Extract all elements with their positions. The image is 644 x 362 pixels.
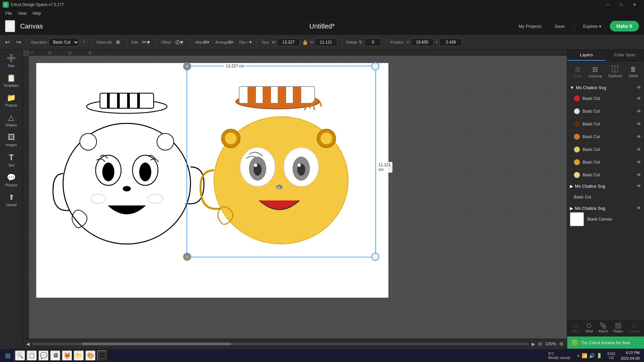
flip-button[interactable]: Flip ↔▾	[237, 38, 254, 46]
layer-item[interactable]: Basic Cut 👁	[567, 143, 644, 156]
layer-item[interactable]: Basic Cut 👁	[567, 130, 644, 143]
rotate-input[interactable]	[365, 38, 381, 46]
layer-item[interactable]: Basic Cut 👁	[567, 169, 644, 181]
taskbar-icon-2[interactable]: 🖥	[50, 350, 61, 361]
taskview-button[interactable]: 📋	[26, 350, 37, 361]
offset-button[interactable]: ⊙▾	[173, 37, 185, 47]
position-label: Position	[390, 40, 404, 44]
sidebar-item-templates[interactable]: 📋 Templates	[1, 71, 21, 90]
sidebar-item-projects[interactable]: 📁 Projects	[1, 91, 21, 110]
menu-file[interactable]: File	[3, 10, 14, 16]
operation-select[interactable]: Basic Cut	[49, 38, 79, 47]
ungroup-icon: ⊟	[592, 65, 598, 73]
layer-eye-icon[interactable]: 👁	[637, 147, 641, 152]
layer-item[interactable]: Basic Cut 👁	[567, 156, 644, 169]
operation-group: Operation Basic Cut ?	[29, 38, 89, 47]
layer-eye-icon[interactable]: 👁	[637, 160, 641, 165]
tab-layers[interactable]: Layers	[567, 50, 606, 61]
clock-display[interactable]: 6:22 PM 2022-04-09	[618, 350, 642, 361]
flatten-label: Flatten	[613, 329, 623, 333]
layer-eye-icon[interactable]: 👁	[637, 121, 641, 127]
undo-button[interactable]: ↩	[3, 37, 12, 47]
scroll-right-button[interactable]: ▶	[532, 341, 535, 347]
attach-tool[interactable]: 📎 Attach	[596, 321, 610, 335]
search-button[interactable]: 🔍	[15, 350, 25, 361]
layer-eye-icon[interactable]: 👁	[637, 96, 641, 101]
x-input[interactable]	[411, 38, 434, 46]
scroll-left-button[interactable]: ◀	[26, 341, 30, 347]
blank-canvas-item[interactable]: Blank Canvas	[567, 213, 644, 226]
slice-label: Slice	[572, 329, 579, 333]
layer-item-group2[interactable]: Basic Cut	[567, 191, 644, 203]
flatten-tool[interactable]: ⬛ Flatten	[611, 321, 625, 335]
network-icon[interactable]: 📶	[582, 353, 587, 358]
battery-icon[interactable]: 🔋	[596, 353, 602, 358]
x-label: X	[407, 40, 409, 44]
group-eye-icon-2[interactable]: 👁	[637, 183, 641, 189]
y-input[interactable]	[439, 38, 462, 46]
zoom-in-button[interactable]: ⊕	[559, 341, 564, 347]
group-eye-icon-3[interactable]: 👁	[637, 205, 641, 211]
taskbar-icon-3[interactable]: 🦊	[62, 350, 72, 361]
layer-item[interactable]: Basic Cut 👁	[567, 92, 644, 105]
make-it-button[interactable]: Make It	[610, 21, 639, 32]
taskbar-icon-1[interactable]: 💬	[38, 350, 49, 361]
lock-aspect-button[interactable]: 🔒	[302, 39, 309, 46]
taskbar-cricut-icon[interactable]: C	[97, 350, 108, 361]
sidebar-item-text[interactable]: T Text	[1, 150, 21, 170]
zoom-out-button[interactable]: ⊖	[538, 341, 542, 347]
layer-item[interactable]: Basic Cut 👁	[567, 118, 644, 130]
hamburger-menu-button[interactable]: ☰	[5, 20, 15, 32]
flatten-icon: ⬛	[615, 322, 622, 329]
duplicate-action[interactable]: ⿰ Duplicate	[606, 64, 625, 80]
sidebar-item-images[interactable]: 🖼 Images	[1, 130, 21, 149]
width-input[interactable]	[277, 38, 300, 46]
canvas-label: Canvas	[20, 22, 510, 30]
sidebar-item-phrases[interactable]: 💬 Phrases	[1, 171, 21, 190]
horizontal-scrollbar[interactable]	[33, 343, 529, 345]
colored-drawing[interactable]	[187, 66, 375, 257]
layer-eye-icon[interactable]: 👁	[637, 134, 641, 139]
my-projects-button[interactable]: My Projects	[515, 22, 546, 31]
layer-eye-icon[interactable]: 👁	[637, 109, 641, 114]
taskbar-icon-4[interactable]: 📁	[73, 350, 84, 361]
arrange-button[interactable]: Arrange ⧉▾	[213, 38, 235, 46]
layer-item[interactable]: Basic Cut 👁	[567, 105, 644, 118]
tab-color-sync[interactable]: Color Sync	[606, 50, 644, 61]
slice-tool[interactable]: ⬡ Slice	[569, 321, 582, 335]
chevron-up-icon[interactable]: ∧	[577, 353, 580, 358]
contour-tool[interactable]: ⬡ Contour	[626, 321, 642, 335]
toolbar-separator-6	[257, 38, 257, 47]
close-button[interactable]: ✕	[628, 0, 641, 9]
menu-view[interactable]: View	[15, 10, 29, 16]
volume-icon[interactable]: 🔊	[589, 353, 595, 358]
select-all-button[interactable]: ⊕	[113, 38, 122, 47]
menu-help[interactable]: Help	[30, 10, 44, 16]
minimize-button[interactable]: ─	[601, 0, 614, 9]
layer-eye-icon[interactable]: 👁	[637, 172, 641, 178]
sidebar-item-new[interactable]: ➕ New	[1, 51, 21, 70]
layer-group-1-header[interactable]: ▼ Ms Chalice Svg 👁	[567, 83, 644, 92]
start-button[interactable]: ⊞	[2, 350, 14, 362]
sidebar-item-shapes[interactable]: △ Shapes	[1, 111, 21, 130]
layer-group-3-header[interactable]: ▶ Ms Chalice Svg 👁	[567, 203, 644, 213]
ungroup-action[interactable]: ⊟ UnGroup	[586, 64, 605, 80]
operation-help-button[interactable]: ?	[80, 39, 87, 46]
align-button[interactable]: Align ⊞▾	[193, 38, 212, 46]
group-action[interactable]: ⊞ Group	[570, 64, 585, 80]
layer-group-2-header[interactable]: ▶ Ms Chalice Svg 👁	[567, 181, 644, 191]
edit-button[interactable]: ✂▾	[140, 37, 152, 47]
taskbar-icon-5[interactable]: 🎨	[85, 350, 96, 361]
maximize-button[interactable]: □	[614, 0, 628, 9]
weld-tool[interactable]: ⬡ Weld	[583, 321, 595, 335]
redo-button[interactable]: ↪	[14, 37, 23, 47]
promo-banner[interactable]: 🟢 Try Cricut Access for free	[567, 337, 644, 349]
new-icon: ➕	[7, 54, 16, 63]
layer-color-dot	[574, 96, 580, 102]
height-input[interactable]	[315, 38, 337, 46]
save-button[interactable]: Save	[550, 22, 569, 31]
group-eye-icon[interactable]: 👁	[637, 85, 641, 90]
sidebar-item-upload[interactable]: ⬆ Upload	[1, 190, 21, 209]
delete-action[interactable]: 🗑 Delete	[626, 64, 641, 80]
explore-button[interactable]: Explore ▾	[580, 22, 604, 31]
